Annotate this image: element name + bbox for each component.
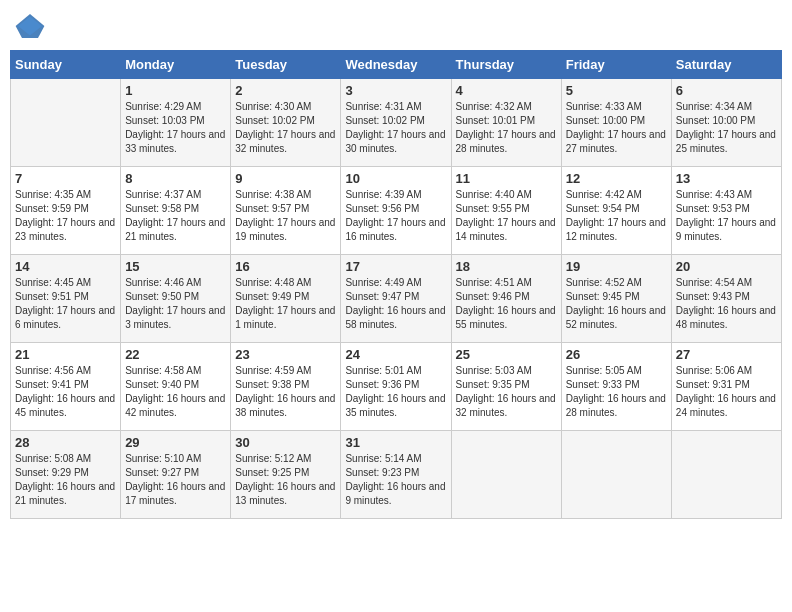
day-info: Sunrise: 4:45 AMSunset: 9:51 PMDaylight:…: [15, 276, 116, 332]
day-number: 28: [15, 435, 116, 450]
calendar-cell: 12Sunrise: 4:42 AMSunset: 9:54 PMDayligh…: [561, 167, 671, 255]
day-number: 30: [235, 435, 336, 450]
page-header: [10, 10, 782, 42]
calendar-cell: [671, 431, 781, 519]
calendar-cell: 18Sunrise: 4:51 AMSunset: 9:46 PMDayligh…: [451, 255, 561, 343]
day-number: 3: [345, 83, 446, 98]
day-number: 2: [235, 83, 336, 98]
day-info: Sunrise: 5:01 AMSunset: 9:36 PMDaylight:…: [345, 364, 446, 420]
calendar-cell: 8Sunrise: 4:37 AMSunset: 9:58 PMDaylight…: [121, 167, 231, 255]
day-info: Sunrise: 4:48 AMSunset: 9:49 PMDaylight:…: [235, 276, 336, 332]
calendar-cell: 20Sunrise: 4:54 AMSunset: 9:43 PMDayligh…: [671, 255, 781, 343]
calendar-cell: [451, 431, 561, 519]
calendar-week-row: 28Sunrise: 5:08 AMSunset: 9:29 PMDayligh…: [11, 431, 782, 519]
calendar-cell: 19Sunrise: 4:52 AMSunset: 9:45 PMDayligh…: [561, 255, 671, 343]
day-number: 26: [566, 347, 667, 362]
calendar-cell: 26Sunrise: 5:05 AMSunset: 9:33 PMDayligh…: [561, 343, 671, 431]
calendar-cell: 28Sunrise: 5:08 AMSunset: 9:29 PMDayligh…: [11, 431, 121, 519]
calendar-cell: 24Sunrise: 5:01 AMSunset: 9:36 PMDayligh…: [341, 343, 451, 431]
calendar-week-row: 14Sunrise: 4:45 AMSunset: 9:51 PMDayligh…: [11, 255, 782, 343]
weekday-header-sunday: Sunday: [11, 51, 121, 79]
calendar-cell: [561, 431, 671, 519]
day-info: Sunrise: 4:39 AMSunset: 9:56 PMDaylight:…: [345, 188, 446, 244]
calendar-week-row: 7Sunrise: 4:35 AMSunset: 9:59 PMDaylight…: [11, 167, 782, 255]
calendar-cell: 31Sunrise: 5:14 AMSunset: 9:23 PMDayligh…: [341, 431, 451, 519]
calendar-cell: [11, 79, 121, 167]
calendar-cell: 10Sunrise: 4:39 AMSunset: 9:56 PMDayligh…: [341, 167, 451, 255]
day-info: Sunrise: 5:12 AMSunset: 9:25 PMDaylight:…: [235, 452, 336, 508]
calendar-cell: 1Sunrise: 4:29 AMSunset: 10:03 PMDayligh…: [121, 79, 231, 167]
day-number: 1: [125, 83, 226, 98]
calendar-cell: 25Sunrise: 5:03 AMSunset: 9:35 PMDayligh…: [451, 343, 561, 431]
day-info: Sunrise: 4:32 AMSunset: 10:01 PMDaylight…: [456, 100, 557, 156]
day-number: 9: [235, 171, 336, 186]
day-info: Sunrise: 4:54 AMSunset: 9:43 PMDaylight:…: [676, 276, 777, 332]
calendar-week-row: 21Sunrise: 4:56 AMSunset: 9:41 PMDayligh…: [11, 343, 782, 431]
day-info: Sunrise: 4:56 AMSunset: 9:41 PMDaylight:…: [15, 364, 116, 420]
day-number: 14: [15, 259, 116, 274]
day-info: Sunrise: 5:14 AMSunset: 9:23 PMDaylight:…: [345, 452, 446, 508]
calendar-cell: 9Sunrise: 4:38 AMSunset: 9:57 PMDaylight…: [231, 167, 341, 255]
calendar-cell: 14Sunrise: 4:45 AMSunset: 9:51 PMDayligh…: [11, 255, 121, 343]
day-info: Sunrise: 4:51 AMSunset: 9:46 PMDaylight:…: [456, 276, 557, 332]
logo: [14, 10, 50, 42]
day-info: Sunrise: 4:30 AMSunset: 10:02 PMDaylight…: [235, 100, 336, 156]
calendar-cell: 5Sunrise: 4:33 AMSunset: 10:00 PMDayligh…: [561, 79, 671, 167]
calendar-cell: 22Sunrise: 4:58 AMSunset: 9:40 PMDayligh…: [121, 343, 231, 431]
weekday-header-thursday: Thursday: [451, 51, 561, 79]
day-info: Sunrise: 4:33 AMSunset: 10:00 PMDaylight…: [566, 100, 667, 156]
calendar-cell: 3Sunrise: 4:31 AMSunset: 10:02 PMDayligh…: [341, 79, 451, 167]
day-info: Sunrise: 4:40 AMSunset: 9:55 PMDaylight:…: [456, 188, 557, 244]
calendar-cell: 23Sunrise: 4:59 AMSunset: 9:38 PMDayligh…: [231, 343, 341, 431]
day-info: Sunrise: 5:05 AMSunset: 9:33 PMDaylight:…: [566, 364, 667, 420]
day-number: 13: [676, 171, 777, 186]
calendar-cell: 16Sunrise: 4:48 AMSunset: 9:49 PMDayligh…: [231, 255, 341, 343]
day-info: Sunrise: 4:46 AMSunset: 9:50 PMDaylight:…: [125, 276, 226, 332]
weekday-header-friday: Friday: [561, 51, 671, 79]
day-info: Sunrise: 4:38 AMSunset: 9:57 PMDaylight:…: [235, 188, 336, 244]
calendar-cell: 15Sunrise: 4:46 AMSunset: 9:50 PMDayligh…: [121, 255, 231, 343]
day-info: Sunrise: 4:58 AMSunset: 9:40 PMDaylight:…: [125, 364, 226, 420]
day-info: Sunrise: 5:08 AMSunset: 9:29 PMDaylight:…: [15, 452, 116, 508]
day-info: Sunrise: 5:06 AMSunset: 9:31 PMDaylight:…: [676, 364, 777, 420]
weekday-header-monday: Monday: [121, 51, 231, 79]
day-number: 5: [566, 83, 667, 98]
day-info: Sunrise: 4:49 AMSunset: 9:47 PMDaylight:…: [345, 276, 446, 332]
day-info: Sunrise: 4:59 AMSunset: 9:38 PMDaylight:…: [235, 364, 336, 420]
weekday-header-saturday: Saturday: [671, 51, 781, 79]
day-info: Sunrise: 4:42 AMSunset: 9:54 PMDaylight:…: [566, 188, 667, 244]
day-number: 6: [676, 83, 777, 98]
weekday-header-tuesday: Tuesday: [231, 51, 341, 79]
day-info: Sunrise: 4:37 AMSunset: 9:58 PMDaylight:…: [125, 188, 226, 244]
weekday-header-row: SundayMondayTuesdayWednesdayThursdayFrid…: [11, 51, 782, 79]
logo-icon: [14, 10, 46, 42]
day-info: Sunrise: 4:35 AMSunset: 9:59 PMDaylight:…: [15, 188, 116, 244]
day-info: Sunrise: 4:34 AMSunset: 10:00 PMDaylight…: [676, 100, 777, 156]
day-number: 22: [125, 347, 226, 362]
day-number: 23: [235, 347, 336, 362]
day-info: Sunrise: 5:10 AMSunset: 9:27 PMDaylight:…: [125, 452, 226, 508]
calendar-cell: 4Sunrise: 4:32 AMSunset: 10:01 PMDayligh…: [451, 79, 561, 167]
calendar-cell: 7Sunrise: 4:35 AMSunset: 9:59 PMDaylight…: [11, 167, 121, 255]
day-number: 17: [345, 259, 446, 274]
day-info: Sunrise: 5:03 AMSunset: 9:35 PMDaylight:…: [456, 364, 557, 420]
day-number: 4: [456, 83, 557, 98]
calendar-cell: 2Sunrise: 4:30 AMSunset: 10:02 PMDayligh…: [231, 79, 341, 167]
day-number: 12: [566, 171, 667, 186]
day-number: 11: [456, 171, 557, 186]
day-number: 10: [345, 171, 446, 186]
calendar-cell: 27Sunrise: 5:06 AMSunset: 9:31 PMDayligh…: [671, 343, 781, 431]
day-info: Sunrise: 4:29 AMSunset: 10:03 PMDaylight…: [125, 100, 226, 156]
day-number: 7: [15, 171, 116, 186]
day-number: 18: [456, 259, 557, 274]
day-number: 8: [125, 171, 226, 186]
weekday-header-wednesday: Wednesday: [341, 51, 451, 79]
calendar-cell: 17Sunrise: 4:49 AMSunset: 9:47 PMDayligh…: [341, 255, 451, 343]
day-info: Sunrise: 4:31 AMSunset: 10:02 PMDaylight…: [345, 100, 446, 156]
calendar-cell: 11Sunrise: 4:40 AMSunset: 9:55 PMDayligh…: [451, 167, 561, 255]
day-number: 19: [566, 259, 667, 274]
calendar-cell: 13Sunrise: 4:43 AMSunset: 9:53 PMDayligh…: [671, 167, 781, 255]
calendar-cell: 29Sunrise: 5:10 AMSunset: 9:27 PMDayligh…: [121, 431, 231, 519]
calendar-cell: 6Sunrise: 4:34 AMSunset: 10:00 PMDayligh…: [671, 79, 781, 167]
day-info: Sunrise: 4:43 AMSunset: 9:53 PMDaylight:…: [676, 188, 777, 244]
